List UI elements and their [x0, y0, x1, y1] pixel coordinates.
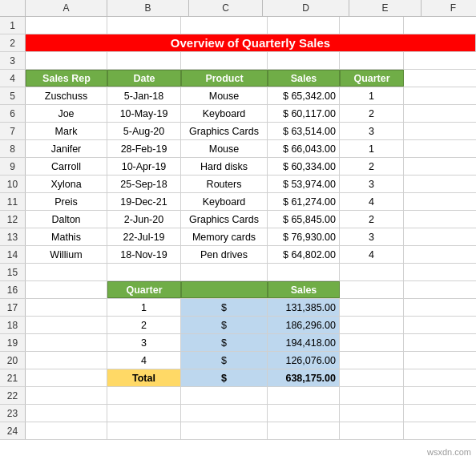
summary-header-quarter: Quarter: [107, 281, 181, 298]
row-16: 16 Quarter Sales: [0, 281, 476, 299]
row-2: 2 Overview of Quarterly Sales: [0, 34, 476, 52]
row-22: 22: [0, 387, 476, 405]
summary-sym-19: $: [181, 334, 268, 351]
row-12: 12 Dalton 2-Jun-20 Graphics Cards $ 65,8…: [0, 211, 476, 228]
row-17: 17 1 $ 131,385.00: [0, 299, 476, 317]
cell-date-8: 28-Feb-19: [107, 140, 181, 157]
row-18: 18 2 $ 186,296.00: [0, 317, 476, 334]
cell-rep-12: Dalton: [26, 211, 107, 228]
header-quarter: Quarter: [340, 70, 404, 87]
cell-date-10: 25-Sep-18: [107, 176, 181, 192]
header-product: Product: [181, 70, 268, 87]
cell-sales-7: $ 63,514.00: [268, 123, 340, 139]
corner-cell: [0, 0, 26, 16]
cell-rep-13: Mathis: [26, 228, 107, 245]
cell-sales-5: $ 65,342.00: [268, 87, 340, 104]
cell-rep-9: Carroll: [26, 158, 107, 175]
row-20: 20 4 $ 126,076.00: [0, 352, 476, 369]
cell-date-6: 10-May-19: [107, 105, 181, 122]
cell-quarter-10: 3: [340, 176, 404, 192]
col-header-e: E: [349, 0, 422, 16]
summary-val-17: 131,385.00: [268, 299, 340, 316]
row-7: 7 Mark 5-Aug-20 Graphics Cards $ 63,514.…: [0, 123, 476, 140]
col-header-c: C: [189, 0, 263, 16]
cell-quarter-12: 2: [340, 211, 404, 228]
cell-sales-6: $ 60,117.00: [268, 105, 340, 122]
watermark: wsxdn.com: [427, 447, 471, 457]
cell-date-14: 18-Nov-19: [107, 246, 181, 263]
row-4: 4 Sales Rep Date Product Sales Quarter: [0, 70, 476, 87]
title-cell: Overview of Quarterly Sales: [26, 34, 476, 51]
cell-sales-8: $ 66,043.00: [268, 140, 340, 157]
cell-quarter-14: 4: [340, 246, 404, 263]
header-sales: Sales: [268, 70, 340, 87]
cell-quarter-7: 3: [340, 123, 404, 139]
cell-product-8: Mouse: [181, 140, 268, 157]
cell-sales-12: $ 65,845.00: [268, 211, 340, 228]
cell-product-6: Keyboard: [181, 105, 268, 122]
summary-header-sales: [181, 281, 268, 298]
row-24: 24: [0, 422, 476, 440]
cell-rep-8: Janifer: [26, 140, 107, 157]
cell-product-9: Hard disks: [181, 158, 268, 175]
summary-sym-18: $: [181, 317, 268, 333]
row-13: 13 Mathis 22-Jul-19 Memory cards $ 76,93…: [0, 228, 476, 246]
summary-sym-17: $: [181, 299, 268, 316]
cell-product-14: Pen drives: [181, 246, 268, 263]
cell-date-13: 22-Jul-19: [107, 228, 181, 245]
row-14: 14 Willium 18-Nov-19 Pen drives $ 64,802…: [0, 246, 476, 264]
cell-sales-11: $ 61,274.00: [268, 193, 340, 210]
header-sales-rep: Sales Rep: [26, 70, 107, 87]
cell-sales-9: $ 60,334.00: [268, 158, 340, 175]
cell-sales-10: $ 53,974.00: [268, 176, 340, 192]
cell-date-11: 19-Dec-21: [107, 193, 181, 210]
cell-rep-10: Xylona: [26, 176, 107, 192]
row-19: 19 3 $ 194,418.00: [0, 334, 476, 352]
cell-product-7: Graphics Cards: [181, 123, 268, 139]
summary-rows: 17 1 $ 131,385.00 18 2 $ 186,296.00 19 3…: [0, 299, 476, 369]
cell-rep-5: Zuschuss: [26, 87, 107, 104]
row-5: 5 Zuschuss 5-Jan-18 Mouse $ 65,342.00 1: [0, 87, 476, 105]
remaining-rows: 22 23 24: [0, 387, 476, 440]
summary-val-18: 186,296.00: [268, 317, 340, 333]
cell-sales-14: $ 64,802.00: [268, 246, 340, 263]
cell-date-9: 10-Apr-19: [107, 158, 181, 175]
cell-rep-6: Joe: [26, 105, 107, 122]
total-sym: $: [181, 369, 268, 386]
row-15: 15: [0, 264, 476, 281]
cell-product-13: Memory cards: [181, 228, 268, 245]
summary-quarter-17: 1: [107, 299, 181, 316]
header-date: Date: [107, 70, 181, 87]
total-label: Total: [107, 369, 181, 386]
data-rows: 5 Zuschuss 5-Jan-18 Mouse $ 65,342.00 1 …: [0, 87, 476, 264]
col-header-a: A: [26, 0, 107, 16]
cell-quarter-11: 4: [340, 193, 404, 210]
cell-product-10: Routers: [181, 176, 268, 192]
row-8: 8 Janifer 28-Feb-19 Mouse $ 66,043.00 1: [0, 140, 476, 158]
cell-rep-11: Preis: [26, 193, 107, 210]
summary-header-sales-val: Sales: [268, 281, 340, 298]
cell-date-7: 5-Aug-20: [107, 123, 181, 139]
cell-date-12: 2-Jun-20: [107, 211, 181, 228]
row-9: 9 Carroll 10-Apr-19 Hard disks $ 60,334.…: [0, 158, 476, 176]
row-11: 11 Preis 19-Dec-21 Keyboard $ 61,274.00 …: [0, 193, 476, 211]
row-10: 10 Xylona 25-Sep-18 Routers $ 53,974.00 …: [0, 176, 476, 193]
col-header-b: B: [107, 0, 189, 16]
summary-quarter-19: 3: [107, 334, 181, 351]
col-header-d: D: [263, 0, 349, 16]
total-val: 638,175.00: [268, 369, 340, 386]
cell-product-11: Keyboard: [181, 193, 268, 210]
summary-sym-20: $: [181, 352, 268, 369]
cell-rep-7: Mark: [26, 123, 107, 139]
cell-quarter-5: 1: [340, 87, 404, 104]
cell-quarter-8: 1: [340, 140, 404, 157]
summary-quarter-20: 4: [107, 352, 181, 369]
summary-val-19: 194,418.00: [268, 334, 340, 351]
cell-product-12: Graphics Cards: [181, 211, 268, 228]
row-21: 21 Total $ 638,175.00: [0, 369, 476, 387]
cell-quarter-6: 2: [340, 105, 404, 122]
cell-quarter-9: 2: [340, 158, 404, 175]
row-3: 3: [0, 52, 476, 70]
summary-val-20: 126,076.00: [268, 352, 340, 369]
cell-product-5: Mouse: [181, 87, 268, 104]
